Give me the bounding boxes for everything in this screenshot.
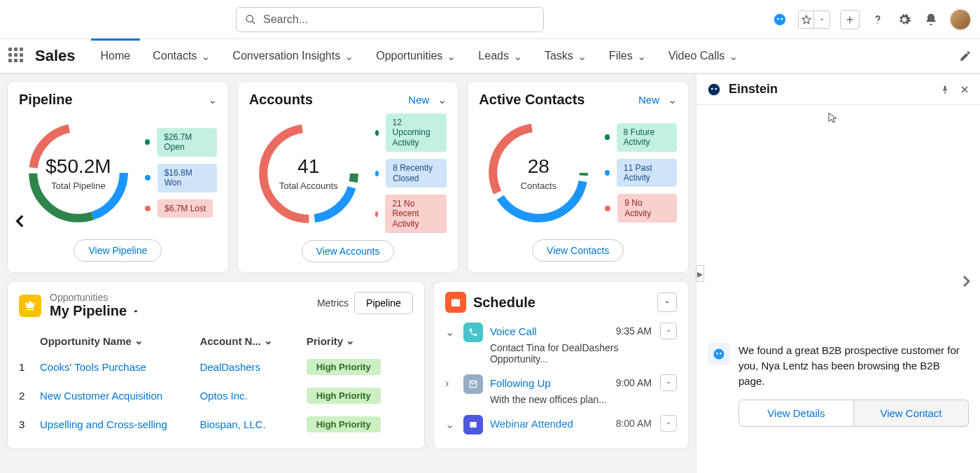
card-menu[interactable]: ⌄ [438, 93, 447, 106]
item-menu[interactable] [660, 374, 677, 391]
expand-icon[interactable]: ⌄ [445, 415, 456, 435]
app-launcher-icon[interactable] [8, 48, 25, 64]
expand-icon[interactable]: ⌄ [445, 323, 456, 365]
svg-rect-17 [470, 422, 476, 428]
view-details-button[interactable]: View Details [738, 400, 854, 427]
global-search[interactable]: Search... [236, 7, 544, 32]
chevron-down-icon[interactable]: ⌄ [637, 50, 646, 63]
col-priority[interactable]: Priority ⌄ [307, 334, 413, 347]
badge-open: $26.7M Open [157, 128, 216, 157]
schedule-title: Schedule [473, 295, 536, 311]
table-row: 2 New Customer Acquisition Optos Inc. Hi… [19, 381, 413, 410]
col-account[interactable]: Account N... ⌄ [200, 334, 306, 347]
user-avatar[interactable] [949, 8, 972, 31]
contacts-total: 28 [528, 155, 550, 178]
chevron-down-icon[interactable]: ⌄ [201, 50, 210, 63]
chevron-down-icon[interactable]: ⌄ [344, 50, 354, 63]
add-button[interactable] [840, 10, 860, 29]
search-icon [245, 14, 256, 25]
mail-icon [463, 374, 483, 394]
close-icon[interactable] [959, 84, 970, 95]
tab-video-calls[interactable]: Video Calls⌄ [659, 41, 748, 71]
chevron-down-icon[interactable]: ⌄ [729, 50, 738, 63]
einstein-icon[interactable] [771, 11, 788, 28]
cursor-icon [827, 112, 839, 125]
chevron-down-icon[interactable]: ⌄ [578, 50, 587, 63]
expand-icon[interactable]: › [445, 374, 456, 405]
settings-icon[interactable] [896, 11, 913, 28]
edit-nav-icon[interactable] [959, 50, 972, 62]
notifications-icon[interactable] [923, 11, 939, 28]
view-pipeline-button[interactable]: View Pipeline [74, 239, 162, 262]
schedule-link[interactable]: Following Up [490, 377, 551, 389]
svg-point-18 [708, 83, 720, 95]
view-contacts-button[interactable]: View Contacts [532, 239, 624, 262]
tab-files[interactable]: Files⌄ [599, 41, 656, 71]
caret-down-icon [131, 306, 141, 316]
account-link[interactable]: DealDashers [200, 361, 306, 373]
badge: 21 No Recent Activity [385, 195, 447, 233]
schedule-item: ⌄ Webinar Attended 8:00 AM [445, 415, 677, 435]
dot-icon [605, 170, 610, 176]
dot-icon [605, 206, 610, 211]
svg-point-23 [720, 353, 722, 355]
tab-opportunities[interactable]: Opportunities⌄ [366, 41, 465, 71]
pin-icon[interactable] [939, 84, 951, 95]
tab-conversation-insights[interactable]: Conversation Insights⌄ [223, 41, 363, 71]
schedule-menu[interactable] [657, 292, 677, 312]
help-icon[interactable] [869, 11, 886, 28]
opp-supertitle: Opportunities [50, 292, 141, 303]
chevron-down-icon: ⌄ [134, 334, 144, 347]
badge: 9 No Activity [617, 194, 677, 223]
svg-rect-15 [453, 297, 454, 299]
view-contact-button[interactable]: View Contact [854, 400, 969, 427]
badge: 12 Upcoming Activity [386, 113, 447, 152]
einstein-message: We found a great B2B prospective custome… [738, 343, 969, 388]
opportunity-link[interactable]: Upselling and Cross-selling [40, 418, 200, 430]
opportunity-link[interactable]: Cooks' Tools Purchase [40, 361, 200, 373]
card-menu[interactable]: ⌄ [668, 93, 677, 106]
svg-rect-16 [458, 297, 458, 299]
phone-icon [463, 323, 483, 342]
pipeline-toggle[interactable]: Pipeline [354, 292, 413, 314]
chevron-down-icon: ⌄ [264, 334, 273, 347]
tab-contacts[interactable]: Contacts⌄ [143, 41, 220, 71]
star-icon [799, 11, 814, 28]
carousel-prev[interactable] [10, 211, 31, 232]
account-link[interactable]: Optos Inc. [200, 390, 306, 402]
new-account-link[interactable]: New [408, 94, 429, 106]
chevron-down-icon[interactable]: ⌄ [513, 50, 522, 63]
priority-badge: High Priority [307, 359, 381, 375]
card-menu[interactable]: ⌄ [208, 93, 217, 106]
contacts-donut: 28Contacts [479, 113, 598, 232]
app-name: Sales [35, 47, 76, 65]
tab-leads[interactable]: Leads⌄ [468, 41, 532, 71]
chevron-down-icon[interactable]: ⌄ [447, 50, 456, 63]
schedule-link[interactable]: Webinar Attended [490, 418, 573, 430]
schedule-link[interactable]: Voice Call [490, 325, 537, 337]
opportunities-card: Opportunities My Pipeline Metrics Pipeli… [7, 281, 425, 449]
badge-won: $16.8M Won [158, 164, 217, 192]
schedule-desc: With the new offices plan... [490, 394, 677, 405]
tab-home[interactable]: Home [91, 41, 141, 71]
favorites-dropdown[interactable] [798, 10, 830, 29]
view-accounts-button[interactable]: View Accounts [302, 240, 395, 262]
item-menu[interactable] [660, 323, 677, 339]
svg-point-2 [777, 17, 779, 20]
opportunity-link[interactable]: New Customer Acquisition [40, 390, 200, 402]
opportunity-icon [19, 295, 41, 317]
svg-rect-14 [451, 299, 460, 306]
carousel-next[interactable] [958, 273, 974, 290]
schedule-time: 9:00 AM [616, 377, 652, 388]
metrics-toggle[interactable]: Metrics [317, 297, 349, 309]
opp-title[interactable]: My Pipeline [50, 303, 141, 319]
einstein-title: Einstein [729, 82, 778, 97]
dot-icon [605, 134, 609, 140]
chevron-down-icon [814, 11, 830, 28]
col-opportunity[interactable]: Opportunity Name ⌄ [40, 334, 200, 347]
item-menu[interactable] [660, 415, 677, 432]
panel-collapse-handle[interactable]: ▸ [696, 265, 704, 282]
account-link[interactable]: Biospan, LLC. [200, 418, 306, 430]
tab-tasks[interactable]: Tasks⌄ [535, 41, 596, 71]
new-contact-link[interactable]: New [638, 94, 659, 106]
